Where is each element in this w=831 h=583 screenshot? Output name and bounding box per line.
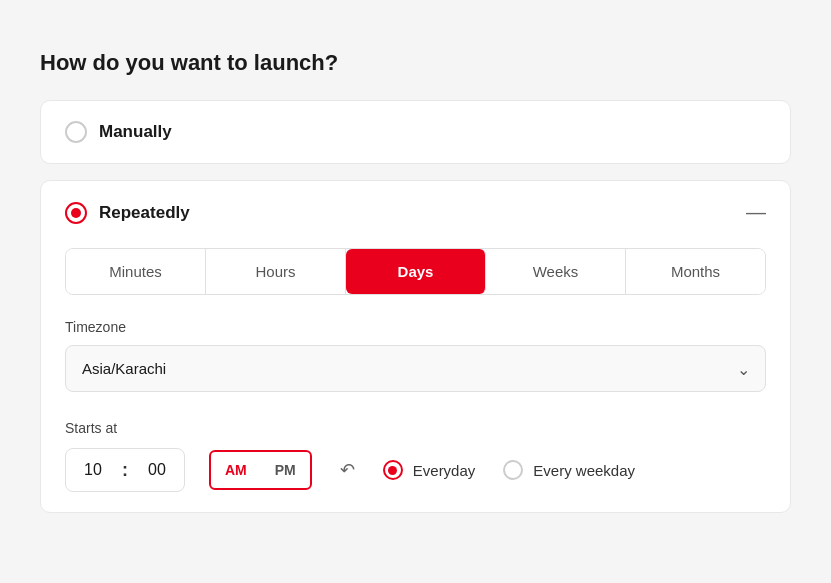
collapse-icon[interactable]: —	[746, 201, 766, 224]
repeat-options: Everyday Every weekday	[383, 460, 635, 480]
repeatedly-label: Repeatedly	[99, 203, 190, 223]
tab-months[interactable]: Months	[626, 249, 765, 294]
starts-at-label: Starts at	[65, 420, 766, 436]
am-button[interactable]: AM	[211, 452, 261, 488]
manually-radio[interactable]	[65, 121, 87, 143]
page-container: How do you want to launch? Manually Repe…	[20, 20, 811, 583]
tab-days[interactable]: Days	[346, 249, 486, 294]
every-weekday-label: Every weekday	[533, 462, 635, 479]
every-weekday-radio[interactable]	[503, 460, 523, 480]
manually-card: Manually	[40, 100, 791, 164]
minutes-input[interactable]	[130, 449, 184, 491]
manually-label: Manually	[99, 122, 172, 142]
starts-at-section: Starts at : AM PM ↶	[65, 420, 766, 492]
repeatedly-body: Minutes Hours Days Weeks Months Timezone…	[65, 248, 766, 492]
tab-minutes[interactable]: Minutes	[66, 249, 206, 294]
timezone-select[interactable]: Asia/Karachi	[65, 345, 766, 392]
manually-option-row: Manually	[65, 121, 766, 143]
cursor-icon: ↶	[340, 459, 355, 481]
time-input-group: :	[65, 448, 185, 492]
every-weekday-option[interactable]: Every weekday	[503, 460, 635, 480]
timezone-select-wrapper: Asia/Karachi ⌄	[65, 345, 766, 392]
starts-at-row: : AM PM ↶ Everyday	[65, 448, 766, 492]
tab-hours[interactable]: Hours	[206, 249, 346, 294]
everyday-label: Everyday	[413, 462, 476, 479]
ampm-group: AM PM	[209, 450, 312, 490]
tab-bar: Minutes Hours Days Weeks Months	[65, 248, 766, 295]
everyday-option[interactable]: Everyday	[383, 460, 476, 480]
everyday-radio[interactable]	[383, 460, 403, 480]
repeatedly-header-left: Repeatedly	[65, 202, 190, 224]
repeatedly-header: Repeatedly —	[65, 201, 766, 224]
timezone-field-group: Timezone Asia/Karachi ⌄	[65, 319, 766, 392]
pm-button[interactable]: PM	[261, 452, 310, 488]
tab-weeks[interactable]: Weeks	[486, 249, 626, 294]
repeatedly-radio[interactable]	[65, 202, 87, 224]
hours-input[interactable]	[66, 449, 120, 491]
repeatedly-card: Repeatedly — Minutes Hours Days Weeks Mo…	[40, 180, 791, 513]
timezone-label: Timezone	[65, 319, 766, 335]
page-title: How do you want to launch?	[40, 50, 791, 76]
time-separator: :	[120, 460, 130, 481]
